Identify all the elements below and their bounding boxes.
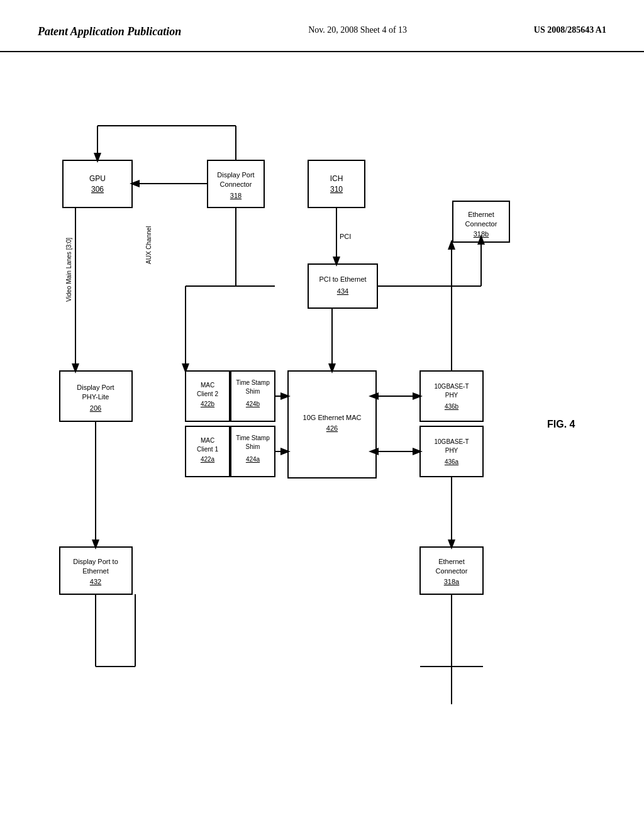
svg-text:434: 434	[337, 287, 348, 295]
svg-text:Connector: Connector	[465, 220, 497, 228]
svg-text:FIG. 4: FIG. 4	[547, 419, 575, 429]
svg-text:PCI to Ethernet: PCI to Ethernet	[319, 275, 366, 283]
svg-text:PHY: PHY	[445, 392, 458, 399]
svg-text:Display Port to: Display Port to	[73, 558, 118, 565]
svg-rect-14	[308, 264, 377, 308]
svg-text:10GBASE-T: 10GBASE-T	[434, 383, 469, 390]
svg-text:Video Main Lanes [3:0]: Video Main Lanes [3:0]	[65, 238, 72, 302]
patent-number: US 2008/285643 A1	[534, 25, 606, 35]
svg-text:Time Stamp: Time Stamp	[236, 379, 270, 386]
svg-rect-0	[63, 160, 132, 208]
svg-text:Display Port: Display Port	[217, 171, 254, 179]
svg-rect-25	[231, 371, 275, 421]
svg-text:424b: 424b	[246, 401, 260, 407]
publication-title: Patent Application Publication	[38, 25, 181, 38]
svg-text:Ethernet: Ethernet	[82, 567, 109, 575]
svg-text:Connector: Connector	[220, 180, 252, 188]
svg-rect-7	[308, 160, 365, 208]
svg-text:Client 2: Client 2	[197, 390, 218, 397]
svg-text:PHY-Lite: PHY-Lite	[82, 393, 109, 401]
svg-text:436a: 436a	[445, 458, 459, 465]
svg-text:Client 1: Client 1	[197, 446, 218, 453]
svg-text:MAC: MAC	[201, 437, 214, 444]
svg-text:Connector: Connector	[436, 567, 468, 575]
diagram-svg: GPU 306 Display Port Connector 318 ICH 3…	[0, 63, 644, 830]
svg-text:10GBASE-T: 10GBASE-T	[434, 438, 469, 445]
svg-text:424a: 424a	[246, 456, 260, 463]
svg-text:Ethernet: Ethernet	[468, 211, 494, 218]
svg-text:206: 206	[90, 404, 101, 412]
svg-text:422a: 422a	[201, 456, 215, 463]
svg-text:Ethernet: Ethernet	[438, 558, 465, 565]
svg-text:318a: 318a	[444, 578, 460, 585]
svg-text:AUX Channel: AUX Channel	[145, 226, 152, 264]
svg-text:422b: 422b	[201, 401, 215, 407]
svg-text:436b: 436b	[445, 403, 459, 410]
sheet-info: Nov. 20, 2008 Sheet 4 of 13	[308, 25, 407, 35]
page-header: Patent Application Publication Nov. 20, …	[0, 0, 644, 52]
svg-text:Time Stamp: Time Stamp	[236, 434, 270, 441]
svg-text:10G Ethernet MAC: 10G Ethernet MAC	[303, 414, 362, 421]
svg-text:318: 318	[230, 192, 242, 199]
svg-text:426: 426	[326, 424, 338, 432]
svg-text:ICH: ICH	[330, 174, 343, 183]
svg-text:PHY: PHY	[445, 447, 458, 454]
svg-text:Shim: Shim	[246, 388, 260, 395]
svg-text:MAC: MAC	[201, 382, 214, 389]
svg-text:306: 306	[91, 185, 104, 194]
svg-rect-33	[231, 426, 275, 477]
svg-text:Display Port: Display Port	[77, 384, 114, 391]
svg-text:Shim: Shim	[246, 443, 260, 450]
svg-text:310: 310	[330, 185, 343, 194]
svg-text:GPU: GPU	[89, 174, 106, 183]
svg-text:432: 432	[90, 578, 101, 585]
svg-text:PCI: PCI	[340, 233, 351, 240]
svg-text:318b: 318b	[474, 230, 489, 238]
